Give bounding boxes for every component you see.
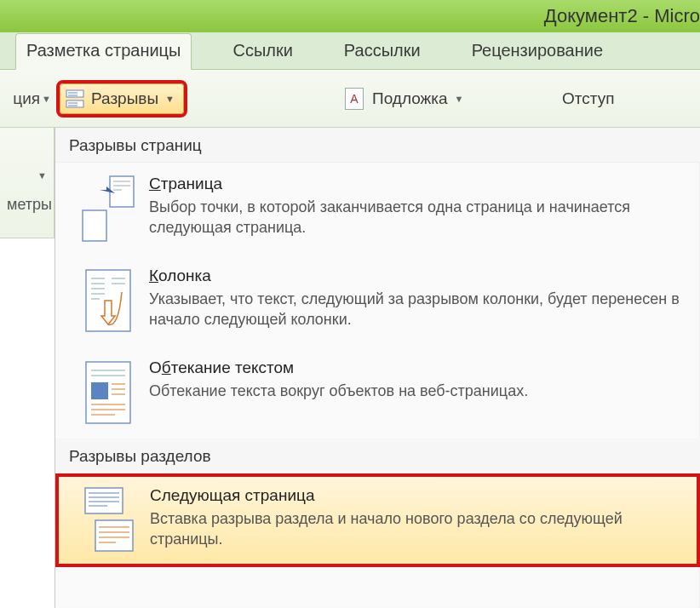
orientation-button-fragment[interactable]: ция ▼ — [0, 89, 55, 108]
svg-rect-1 — [66, 100, 83, 107]
window-title: Документ2 - Micro — [544, 5, 700, 27]
chevron-down-icon: ▼ — [42, 94, 51, 104]
svg-rect-35 — [95, 520, 133, 551]
menu-item-title: Обтекание текстом — [149, 358, 685, 377]
chevron-down-icon: ▼ — [455, 94, 464, 104]
svg-rect-6 — [110, 176, 134, 207]
breaks-label: Разрывы — [91, 89, 158, 108]
watermark-label: Подложка — [372, 89, 448, 108]
tab-review[interactable]: Рецензирование — [462, 34, 613, 69]
breaks-icon — [66, 89, 84, 108]
svg-rect-11 — [83, 210, 106, 241]
watermark-icon: A — [345, 88, 364, 110]
chevron-down-icon: ▼ — [37, 170, 47, 181]
page-setup-fragment: метры — [7, 196, 54, 214]
menu-item-desc: Вставка разрыва раздела и начало нового … — [150, 508, 684, 550]
menu-item-text-wrapping[interactable]: Обтекание текстом Обтекание текста вокру… — [55, 347, 700, 439]
section-header-section-breaks: Разрывы разделов — [55, 439, 700, 473]
ribbon-tabs: Разметка страницы Ссылки Рассылки Реценз… — [0, 32, 700, 70]
tab-page-layout[interactable]: Разметка страницы — [15, 33, 192, 70]
title-bar: Документ2 - Micro — [0, 0, 700, 32]
svg-rect-0 — [66, 90, 83, 97]
tab-mailings[interactable]: Рассылки — [334, 34, 431, 69]
menu-item-page[interactable]: Страница Выбор точки, в которой заканчив… — [55, 163, 700, 255]
menu-item-desc: Указывает, что текст, следующий за разры… — [149, 289, 685, 330]
indent-label: Отступ — [562, 89, 614, 108]
tab-references[interactable]: Ссылки — [222, 34, 302, 69]
text-wrap-icon — [74, 358, 142, 427]
menu-item-column[interactable]: Колонка Указывает, что текст, следующий … — [55, 255, 700, 347]
column-break-icon — [74, 267, 142, 335]
menu-item-next-page[interactable]: Следующая страница Вставка разрыва разде… — [55, 473, 700, 567]
watermark-button[interactable]: A Подложка ▼ — [345, 83, 463, 114]
ribbon: ция ▼ Разрывы ▼ A Подложка ▼ Отступ — [0, 70, 700, 128]
breaks-button[interactable]: Разрывы ▼ — [60, 83, 184, 114]
menu-item-title: Страница — [149, 175, 685, 193]
menu-item-title: Следующая страница — [150, 486, 684, 505]
chevron-down-icon: ▼ — [165, 94, 175, 104]
menu-item-title: Колонка — [149, 267, 685, 285]
svg-rect-30 — [85, 488, 123, 513]
section-header-page-breaks: Разрывы страниц — [55, 128, 700, 163]
breaks-dropdown: Разрывы страниц Страница Выбор точки, в … — [55, 128, 700, 608]
next-page-section-icon — [75, 486, 143, 554]
menu-item-desc: Выбор точки, в которой заканчивается одн… — [149, 197, 685, 238]
svg-rect-23 — [91, 382, 108, 399]
ribbon-left-continuation: ▼ метры — [0, 128, 55, 238]
page-break-icon — [74, 175, 142, 243]
menu-item-desc: Обтекание текста вокруг объектов на веб-… — [149, 381, 685, 401]
